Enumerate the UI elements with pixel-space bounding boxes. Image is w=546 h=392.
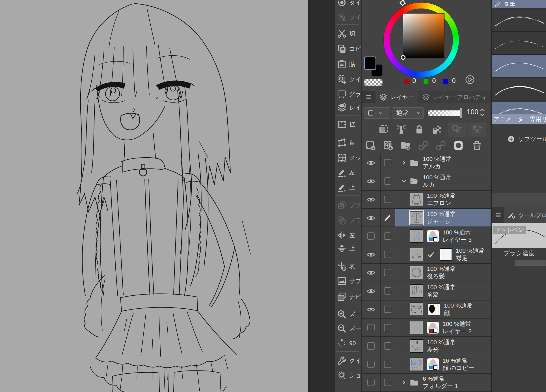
select-cell[interactable]: [381, 374, 395, 391]
navigator-button[interactable]: ナビ: [335, 290, 361, 304]
merge-down-icon[interactable]: [435, 140, 446, 151]
opacity-slider-handle[interactable]: [460, 108, 462, 119]
panel-menu-icon[interactable]: [495, 212, 502, 218]
color-set-toggle-icon[interactable]: [465, 75, 475, 85]
layer-row-variant[interactable]: 100 %通常差分: [362, 337, 491, 355]
flip-horizontal-button[interactable]: 左: [335, 228, 361, 242]
draw-up-button[interactable]: 上: [335, 180, 361, 194]
subtool-stroke-4[interactable]: [492, 79, 546, 101]
layer-row-jersey-selected[interactable]: 100 %通常ジャージ: [362, 209, 491, 227]
subtool-stroke-3-selected[interactable]: [492, 55, 546, 78]
layer-mask-thumbnail[interactable]: [428, 303, 440, 315]
subtool-stroke-2[interactable]: [492, 32, 546, 55]
timelapse-button[interactable]: タイ: [335, 10, 361, 24]
mesh-transform-button[interactable]: メッ: [335, 151, 361, 165]
layer-row-back-hair[interactable]: 100 %通常後ろ髪: [362, 264, 491, 282]
layer-mask-thumbnail[interactable]: [440, 248, 452, 261]
new-folder-icon[interactable]: [400, 140, 411, 151]
select-checkbox[interactable]: [384, 159, 391, 166]
opacity-slider[interactable]: [428, 110, 461, 116]
blend-mode-dropdown[interactable]: 通常: [392, 107, 424, 119]
chevron-right-icon[interactable]: [401, 380, 407, 385]
visibility-cell[interactable]: [362, 337, 381, 355]
rotate-90-button[interactable]: 90: [335, 336, 361, 350]
flip-vertical-button[interactable]: 上: [335, 241, 361, 255]
tab-pencil-tool[interactable]: 鉛筆: [492, 0, 546, 8]
layer-row-aruka[interactable]: 100 %通常アルカ: [362, 154, 491, 172]
hidden-visibility-box[interactable]: [367, 232, 375, 240]
layer-mask-icon[interactable]: [453, 140, 464, 151]
select-checkbox[interactable]: [384, 196, 391, 203]
settings-wrench-button[interactable]: クイ: [335, 354, 361, 368]
visibility-cell[interactable]: [362, 209, 381, 227]
brush-size-down-button[interactable]: ブラ: [335, 214, 361, 228]
shortcut-settings-button[interactable]: ショ: [335, 368, 361, 382]
select-checkbox[interactable]: [384, 232, 391, 240]
select-cell[interactable]: [381, 264, 395, 282]
visibility-cell[interactable]: [362, 227, 381, 245]
zoom-in-button[interactable]: ズー: [335, 307, 361, 321]
record-button[interactable]: タイ: [335, 0, 361, 10]
layer-row-face[interactable]: 100 %通常顔: [362, 300, 491, 319]
select-cell[interactable]: [381, 154, 395, 172]
panel-splitter[interactable]: [492, 193, 546, 207]
visibility-cell[interactable]: [362, 191, 381, 208]
select-cell[interactable]: [381, 245, 395, 263]
select-cell[interactable]: [381, 355, 395, 373]
quick-mask-button[interactable]: クイ: [335, 72, 361, 86]
select-cell[interactable]: [381, 337, 395, 355]
select-checkbox[interactable]: [384, 251, 391, 258]
select-cell[interactable]: [381, 172, 395, 190]
layer-row-apron[interactable]: 100 %通常エプロン: [362, 191, 491, 209]
reset-view-button[interactable]: 表: [335, 259, 361, 273]
copy-button[interactable]: コピ: [335, 42, 361, 56]
select-cell[interactable]: [381, 191, 395, 208]
transparent-color-swatch[interactable]: [364, 79, 383, 86]
hidden-visibility-box[interactable]: [367, 379, 375, 386]
delete-layer-icon[interactable]: [472, 140, 482, 151]
add-subtool-button[interactable]: サブツール: [492, 133, 546, 145]
chevron-right-icon[interactable]: [401, 160, 407, 165]
brush-density-slider[interactable]: [515, 260, 546, 265]
reference-disabled-button[interactable]: [468, 123, 487, 137]
select-checkbox[interactable]: [384, 342, 391, 350]
visibility-cell[interactable]: [362, 264, 381, 282]
scale-transform-button[interactable]: 拡: [335, 117, 361, 132]
saturation-value-square[interactable]: [403, 13, 444, 58]
layer-palette-dropdown[interactable]: [364, 107, 390, 119]
select-cell[interactable]: [381, 300, 395, 318]
layer-row-ruka[interactable]: 100 %通常ルカ: [362, 172, 491, 191]
visibility-cell[interactable]: [362, 154, 381, 172]
select-checkbox[interactable]: [384, 324, 391, 331]
clipping-disabled-button[interactable]: [448, 123, 467, 137]
hidden-visibility-box[interactable]: [367, 361, 375, 368]
panel-menu-icon[interactable]: [362, 91, 375, 103]
select-checkbox[interactable]: [384, 306, 391, 313]
visibility-cell[interactable]: [362, 245, 381, 263]
canvas-area[interactable]: [0, 0, 308, 392]
transfer-down-icon[interactable]: [418, 140, 429, 151]
select-checkbox[interactable]: [384, 177, 391, 185]
free-transform-button[interactable]: 自: [335, 136, 361, 150]
draw-left-button[interactable]: 左: [335, 165, 361, 180]
hidden-visibility-box[interactable]: [367, 324, 375, 331]
visibility-cell[interactable]: [362, 374, 381, 391]
hidden-visibility-box[interactable]: [367, 342, 375, 350]
layer-row-layer3[interactable]: 100 %通常レイヤー 3: [362, 227, 491, 245]
brush-size-up-button[interactable]: ブラ: [335, 198, 361, 212]
visibility-cell[interactable]: [362, 300, 381, 318]
select-cell[interactable]: [381, 319, 395, 336]
layer-row-nape[interactable]: 100 %通常襟足: [362, 245, 491, 264]
paste-button[interactable]: 貼: [335, 57, 361, 71]
visibility-cell[interactable]: [362, 355, 381, 373]
tab-layer-property[interactable]: レイヤープロパティ: [418, 91, 491, 103]
tab-tool-property[interactable]: ツールプロパティ: [504, 207, 546, 223]
new-raster-layer-icon[interactable]: [365, 140, 376, 151]
hue-marker[interactable]: [400, 0, 406, 6]
edit-target-cell[interactable]: [381, 209, 395, 227]
foreground-color-swatch[interactable]: [364, 56, 376, 70]
new-layer-button[interactable]: レイ: [335, 101, 361, 115]
select-cell[interactable]: [381, 227, 395, 245]
visibility-cell[interactable]: [362, 172, 381, 190]
visibility-cell[interactable]: [362, 319, 381, 336]
